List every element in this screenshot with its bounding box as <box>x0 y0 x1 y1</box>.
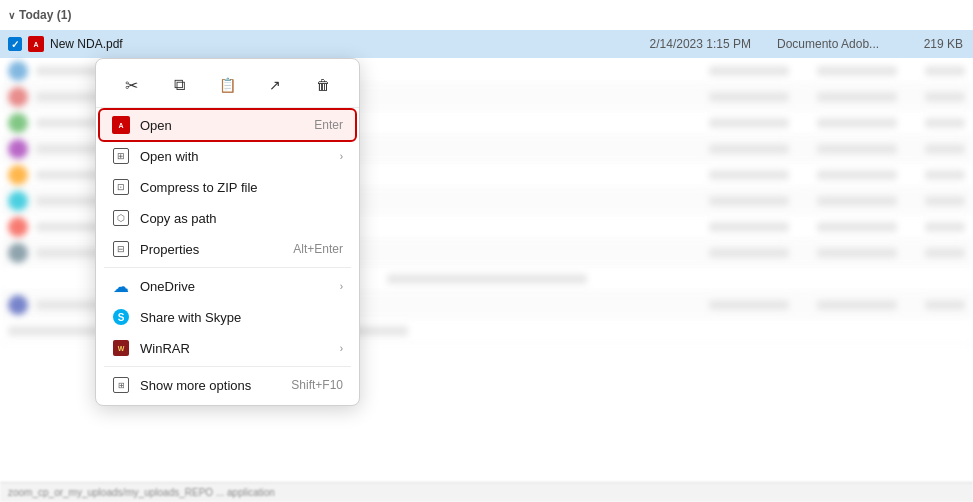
cut-button[interactable]: ✂ <box>116 69 148 101</box>
quick-actions-row: ✂ ⧉ 📋 ↗ 🗑 <box>96 63 359 108</box>
open-with-menu-item[interactable]: ⊞ Open with › <box>100 141 355 171</box>
properties-icon: ⊟ <box>112 240 130 258</box>
file-checkbox[interactable] <box>8 37 22 51</box>
file-date: 2/14/2023 1:15 PM <box>650 37 751 51</box>
file-type: Documento Adob... <box>777 37 897 51</box>
onedrive-menu-item[interactable]: ☁ OneDrive › <box>100 271 355 301</box>
open-pdf-icon: A <box>112 116 130 134</box>
copy-path-label: Copy as path <box>140 211 343 226</box>
more-options-shortcut: Shift+F10 <box>291 378 343 392</box>
more-options-label: Show more options <box>140 378 281 393</box>
delete-button[interactable]: 🗑 <box>307 69 339 101</box>
properties-shortcut: Alt+Enter <box>293 242 343 256</box>
pdf-icon: A <box>28 36 44 52</box>
section-header-label: Today (1) <box>19 8 71 22</box>
paste-button[interactable]: 📋 <box>211 69 243 101</box>
properties-label: Properties <box>140 242 283 257</box>
divider-2 <box>104 366 351 367</box>
section-header: ∨ Today (1) <box>8 8 71 22</box>
properties-menu-item[interactable]: ⊟ Properties Alt+Enter <box>100 234 355 264</box>
more-options-menu-item[interactable]: ⊞ Show more options Shift+F10 <box>100 370 355 400</box>
open-shortcut: Enter <box>314 118 343 132</box>
skype-menu-item[interactable]: S Share with Skype <box>100 302 355 332</box>
compress-label: Compress to ZIP file <box>140 180 343 195</box>
open-with-label: Open with <box>140 149 326 164</box>
open-label: Open <box>140 118 304 133</box>
share-button[interactable]: ↗ <box>259 69 291 101</box>
copy-button[interactable]: ⧉ <box>164 69 196 101</box>
open-with-icon: ⊞ <box>112 147 130 165</box>
open-menu-item[interactable]: A Open Enter <box>100 110 355 140</box>
divider-1 <box>104 267 351 268</box>
copy-path-menu-item[interactable]: ⬡ Copy as path <box>100 203 355 233</box>
onedrive-label: OneDrive <box>140 279 326 294</box>
winrar-menu-item[interactable]: W WinRAR › <box>100 333 355 363</box>
compress-menu-item[interactable]: ⊡ Compress to ZIP file <box>100 172 355 202</box>
skype-label: Share with Skype <box>140 310 343 325</box>
file-name: New NDA.pdf <box>50 37 644 51</box>
copy-path-icon: ⬡ <box>112 209 130 227</box>
winrar-label: WinRAR <box>140 341 326 356</box>
status-bar: zoom_cp_or_my_uploads/my_uploads_REPO ..… <box>0 482 973 502</box>
file-size: 219 KB <box>903 37 963 51</box>
onedrive-arrow-icon: › <box>340 281 343 292</box>
winrar-icon: W <box>112 339 130 357</box>
more-options-icon: ⊞ <box>112 376 130 394</box>
open-with-arrow-icon: › <box>340 151 343 162</box>
file-row[interactable]: A New NDA.pdf 2/14/2023 1:15 PM Document… <box>0 30 973 58</box>
chevron-down-icon: ∨ <box>8 10 15 21</box>
compress-icon: ⊡ <box>112 178 130 196</box>
context-menu: ✂ ⧉ 📋 ↗ 🗑 A Open Enter ⊞ Open with › ⊡ C… <box>95 58 360 406</box>
onedrive-icon: ☁ <box>112 277 130 295</box>
skype-icon: S <box>112 308 130 326</box>
winrar-arrow-icon: › <box>340 343 343 354</box>
